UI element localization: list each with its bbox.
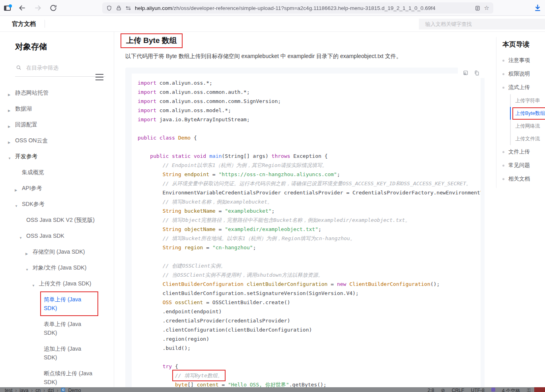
sidebar-item[interactable]: ▶静态网站托管 [0,88,114,97]
copy-code-icon[interactable] [474,70,480,76]
permissions-icon[interactable] [125,5,131,11]
sidebar-item[interactable]: OSS Java SDK V2 (预览版) [0,215,114,224]
breadcrumb-item[interactable]: Demo [68,388,81,392]
chevron-down-icon[interactable]: ▼ [19,234,22,243]
toc-item[interactable]: 文件上传 [496,145,544,159]
site-brand[interactable]: 官方文档 [12,16,36,32]
chevron-down-icon[interactable]: ▼ [8,154,11,163]
sidebar-item[interactable]: ▼对象/文件 (Java SDK) [0,263,114,272]
chevron-down-icon[interactable]: ▼ [25,266,29,274]
breadcrumb-item[interactable]: cn [35,388,41,392]
encoding[interactable]: UTF-8 [471,388,485,392]
toc-item[interactable]: 相关文档 [496,172,544,186]
search-icon [16,65,21,70]
code-text: import com.aliyun.oss.*; import com.aliy… [138,78,481,389]
shield-icon[interactable] [106,5,112,11]
no-inspection-icon[interactable]: ⊘ [441,388,445,392]
toc-item-label: 权限说明 [508,70,530,78]
code-area[interactable]: import com.aliyun.oss.*; import com.aliy… [132,74,481,392]
caret-position[interactable]: 2:8 [428,388,434,392]
sidebar-item-label: 追加上传 (Java SDK) [44,344,95,362]
sidebar-item[interactable]: ▶API参考 [0,184,114,192]
back-button[interactable] [18,4,26,12]
intro-paragraph: 以下代码用于将 Byte 数组上传到目标存储空间 examplebucket 中… [125,53,402,60]
breadcrumb-separator: › [56,388,58,392]
sidebar-item[interactable]: ▶OSS ON云盒 [0,136,114,145]
sidebar-item[interactable]: ▼SDK参考 [0,200,114,208]
header-divider [45,20,45,28]
sidebar-filter [15,64,105,77]
sidebar-item[interactable]: ▶存储空间 (Java SDK) [0,247,114,256]
lock-icon[interactable]: ⚿ [527,388,531,392]
url-path: /zh/oss/developer-reference/simple-uploa… [172,5,436,11]
toc-item[interactable]: 上传文件流 [510,132,544,145]
indent-setting[interactable]: 4 个空格 [502,388,520,392]
toc-item[interactable]: 上传Byte数组 [510,107,544,120]
toc-item[interactable]: 上传字符串 [510,94,544,107]
toc-item[interactable]: 上传网络流 [510,120,544,132]
bookmark-star-icon[interactable]: ☆ [484,4,489,12]
code-theme-icon[interactable] [463,70,469,76]
toc-item[interactable]: 流式上传 [496,81,544,94]
sidebar-item-label: OSS Java SDK [26,231,64,240]
sidebar-item-label: API参考 [22,184,42,192]
sidebar-item[interactable]: 断点续传上传 (Java SDK) [0,369,114,386]
sidebar-item[interactable]: ▼OSS Java SDK [0,231,114,240]
toc-item[interactable]: 常见问题 [496,159,544,172]
toc-item-label: 注意事项 [508,57,530,64]
screen: help.aliyun.com/zh/oss/developer-referen… [0,0,545,392]
toc-list: 注意事项权限说明流式上传上传字符串上传Byte数组上传网络流上传文件流文件上传常… [496,54,544,186]
doc-search-input[interactable] [419,19,545,29]
url-text[interactable]: help.aliyun.com/zh/oss/developer-referen… [135,5,471,11]
sidebar-item[interactable]: 追加上传 (Java SDK) [0,344,114,362]
sidebar-item[interactable]: ▶数据湖 [0,104,114,113]
chevron-right-icon[interactable]: ▶ [8,107,10,115]
line-ending[interactable]: CRLF [452,388,464,392]
sidebar-item[interactable]: 简单上传 (Java SDK) [0,295,114,312]
breadcrumb-item[interactable]: java [19,388,28,392]
chevron-right-icon[interactable]: ▶ [15,186,17,195]
reader-mode-icon[interactable] [475,5,481,11]
toc-item-label: 文件上传 [508,148,530,155]
sidebar-item-label: 静态网站托管 [15,88,49,97]
bullet-icon [502,60,504,62]
breadcrumb-item[interactable]: dzi [48,388,54,392]
reload-button[interactable] [49,4,57,12]
class-icon: C [61,388,65,392]
bullet-icon [502,151,504,153]
chevron-down-icon[interactable]: ▼ [15,202,18,211]
toc-item[interactable]: 权限说明 [496,67,544,81]
ide-red-block [534,387,545,392]
ide-statusbar: test›java›cn›dzi›CDemo 2:8⊘CRLFUTF-84 个空… [0,387,545,392]
toc-item-label: 相关文档 [508,175,530,182]
breadcrumb-separator: › [31,388,33,392]
toc-item[interactable]: 注意事项 [496,54,544,67]
sidebar-item[interactable]: 表单上传 (Java SDK) [0,320,114,337]
sidebar-item[interactable]: 集成概览 [0,168,114,177]
sidebar-item[interactable]: ▶回源配置 [0,120,114,129]
sidebar-filter-input[interactable] [15,65,105,71]
sidebar: 对象存储 ▶静态网站托管▶数据湖▶回源配置▶OSS ON云盒▼开发参考集成概览▶… [0,32,114,387]
breadcrumb-item[interactable]: test [5,388,12,392]
chevron-down-icon[interactable]: ▼ [32,281,35,290]
sidebar-item-label: OSS ON云盒 [15,136,48,145]
chevron-right-icon[interactable]: ▶ [25,250,28,258]
sidebar-item[interactable]: ▼上传文件 (Java SDK) [0,279,114,288]
notification-dot [9,4,12,8]
sidebar-item-label: OSS Java SDK V2 (预览版) [26,215,95,224]
sidebar-item-label: 数据湖 [15,104,32,113]
chevron-right-icon[interactable]: ▶ [8,91,10,99]
sidebar-item[interactable]: ▼开发参考 [0,152,114,161]
chevron-right-icon[interactable]: ▶ [8,122,10,131]
ide-status: 2:8⊘CRLFUTF-84 个空格⚿ [428,388,531,392]
url-bar[interactable]: help.aliyun.com/zh/oss/developer-referen… [102,2,493,14]
lock-icon[interactable] [116,5,122,11]
toc-item-label: 常见问题 [508,162,530,169]
tab-icon[interactable] [4,6,11,11]
site-header: 官方文档 [0,16,545,32]
forward-button[interactable] [34,4,42,12]
page-toc: 本页导读 注意事项权限说明流式上传上传字符串上传Byte数组上传网络流上传文件流… [496,37,544,188]
toc-title: 本页导读 [502,40,544,49]
download-icon[interactable] [533,4,542,12]
chevron-right-icon[interactable]: ▶ [8,138,10,147]
